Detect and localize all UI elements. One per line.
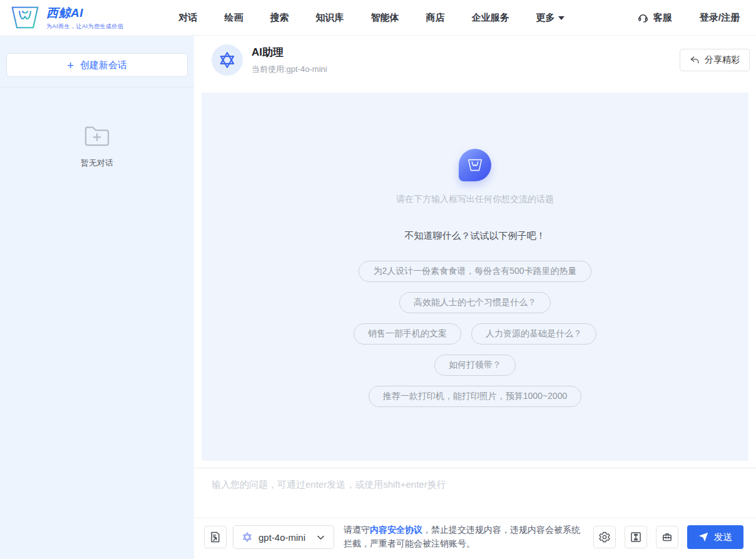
message-input-area	[194, 468, 756, 518]
nav-item-store[interactable]: 商店	[426, 12, 445, 24]
login-register-link[interactable]: 登录/注册	[700, 12, 740, 24]
folder-plus-icon	[83, 124, 111, 148]
suggestion-pill[interactable]: 销售一部手机的文案	[354, 323, 461, 345]
nav-item-enterprise[interactable]: 企业服务	[472, 12, 509, 24]
openai-logo-icon	[218, 51, 237, 69]
sidebar-divider	[0, 87, 194, 88]
plus-icon: +	[67, 59, 74, 71]
share-button[interactable]: 分享精彩	[680, 49, 750, 71]
suggestion-pill[interactable]: 如何打领带？	[434, 355, 516, 376]
chat-header: AI助理 当前使用:gpt-4o-mini 分享精彩	[194, 36, 756, 84]
suggestion-pills: 为2人设计一份素食食谱，每份含有500卡路里的热量 高效能人士的七个习惯是什么？…	[354, 261, 596, 407]
nav-item-agent[interactable]: 智能体	[371, 12, 399, 24]
caret-down-icon	[558, 16, 564, 20]
suggestion-pill[interactable]: 人力资源的基础是什么？	[471, 323, 596, 345]
conversation-sidebar: + 创建新会话 暂无对话	[0, 36, 194, 559]
document-export-icon	[209, 531, 222, 543]
content-policy-notice: 请遵守内容安全协议，禁止提交违规内容，违规内容会被系统拦截，严重者可能会被注销账…	[344, 523, 585, 550]
paper-plane-icon	[698, 532, 708, 542]
notice-prefix: 请遵守	[344, 525, 370, 535]
expand-input-button[interactable]	[625, 526, 647, 548]
nav-item-more-label: 更多	[536, 12, 555, 24]
support-label: 客服	[653, 12, 672, 24]
empty-conversations-label: 暂无对话	[81, 158, 113, 169]
toolbox-button[interactable]	[656, 526, 678, 548]
top-navbar: 西鲸AI 为AI而生，让AI为您生成价值 对话 绘画 搜索 知识库 智能体 商店…	[0, 0, 756, 36]
whale-chat-bubble-icon	[459, 149, 491, 181]
headset-icon	[637, 12, 649, 24]
share-button-label: 分享精彩	[705, 54, 740, 66]
model-selector[interactable]: gpt-4o-mini	[233, 525, 334, 549]
brand[interactable]: 西鲸AI 为AI而生，让AI为您生成价值	[9, 4, 124, 31]
main-nav: 对话 绘画 搜索 知识库 智能体 商店 企业服务 更多	[179, 12, 564, 24]
suggestion-pill[interactable]: 推荐一款打印机，能打印照片，预算1000~2000	[369, 386, 581, 407]
assistant-name: AI助理	[252, 45, 327, 59]
content-policy-link[interactable]: 内容安全协议	[370, 525, 422, 535]
gear-icon	[598, 531, 611, 543]
openai-logo-icon	[242, 531, 253, 543]
model-selector-value: gpt-4o-mini	[258, 532, 305, 543]
nav-item-knowledge[interactable]: 知识库	[316, 12, 344, 24]
create-conversation-label: 创建新会话	[80, 59, 127, 71]
bottom-toolbar: gpt-4o-mini 请遵守内容安全协议，禁止提交违规内容，违规内容会被系统拦…	[194, 518, 756, 556]
nav-item-draw[interactable]: 绘画	[225, 12, 243, 24]
toolbox-icon	[661, 531, 673, 543]
send-button[interactable]: 发送	[687, 525, 743, 549]
expand-vertical-icon	[630, 531, 642, 543]
chat-main: AI助理 当前使用:gpt-4o-mini 分享精彩 请在下方输入框写出任何你想…	[194, 36, 756, 559]
nav-item-search[interactable]: 搜索	[270, 12, 289, 24]
message-input[interactable]	[212, 479, 738, 515]
chat-body: 请在下方输入框写出任何你想交流的话题 不知道聊什么？试试以下例子吧！ 为2人设计…	[202, 93, 748, 461]
prompt-template-button[interactable]	[204, 526, 227, 548]
nav-item-chat[interactable]: 对话	[179, 12, 198, 24]
suggestion-pill[interactable]: 为2人设计一份素食食谱，每份含有500卡路里的热量	[359, 261, 591, 282]
suggestion-pill[interactable]: 高效能人士的七个习惯是什么？	[399, 292, 551, 313]
input-hint-text: 请在下方输入框写出任何你想交流的话题	[396, 194, 554, 205]
whale-logo-icon	[9, 4, 41, 31]
brand-name: 西鲸AI	[46, 5, 124, 21]
assistant-avatar	[212, 44, 243, 76]
nav-item-more[interactable]: 更多	[536, 12, 564, 24]
empty-conversations: 暂无对话	[0, 124, 194, 169]
current-model-label: 当前使用:gpt-4o-mini	[252, 64, 327, 75]
send-button-label: 发送	[714, 531, 733, 543]
share-arrow-icon	[690, 55, 700, 65]
chevron-down-icon	[316, 533, 325, 542]
examples-title: 不知道聊什么？试试以下例子吧！	[405, 230, 546, 242]
support-button[interactable]: 客服	[637, 12, 672, 24]
create-conversation-button[interactable]: + 创建新会话	[6, 53, 188, 77]
brand-tagline: 为AI而生，让AI为您生成价值	[46, 23, 124, 31]
settings-button[interactable]	[593, 526, 616, 548]
